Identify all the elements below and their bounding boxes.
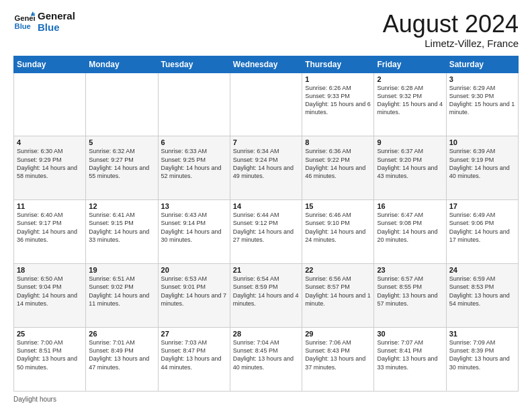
day-info: Sunrise: 6:46 AM Sunset: 9:10 PM Dayligh… bbox=[305, 211, 371, 244]
calendar-week-row: 4Sunrise: 6:30 AM Sunset: 9:29 PM Daylig… bbox=[14, 136, 519, 200]
calendar-cell: 7Sunrise: 6:34 AM Sunset: 9:24 PM Daylig… bbox=[230, 136, 302, 200]
calendar-cell: 27Sunrise: 7:03 AM Sunset: 8:47 PM Dayli… bbox=[158, 328, 230, 392]
calendar-week-row: 1Sunrise: 6:26 AM Sunset: 9:33 PM Daylig… bbox=[14, 73, 519, 136]
day-number: 17 bbox=[449, 202, 515, 210]
day-info: Sunrise: 6:47 AM Sunset: 9:08 PM Dayligh… bbox=[377, 211, 443, 244]
title-block: August 2024 Limetz-Villez, France bbox=[383, 11, 519, 49]
day-info: Sunrise: 6:29 AM Sunset: 9:30 PM Dayligh… bbox=[449, 84, 515, 117]
day-number: 9 bbox=[377, 138, 443, 146]
calendar-cell: 12Sunrise: 6:41 AM Sunset: 9:15 PM Dayli… bbox=[86, 200, 158, 264]
calendar-cell: 14Sunrise: 6:44 AM Sunset: 9:12 PM Dayli… bbox=[230, 200, 302, 264]
day-info: Sunrise: 7:00 AM Sunset: 8:51 PM Dayligh… bbox=[17, 338, 83, 371]
day-info: Sunrise: 6:28 AM Sunset: 9:32 PM Dayligh… bbox=[377, 84, 443, 117]
calendar-cell: 25Sunrise: 7:00 AM Sunset: 8:51 PM Dayli… bbox=[14, 328, 86, 392]
svg-text:Blue: Blue bbox=[15, 21, 31, 30]
logo-general: General bbox=[38, 11, 75, 22]
calendar-cell: 10Sunrise: 6:39 AM Sunset: 9:19 PM Dayli… bbox=[446, 136, 518, 200]
calendar-cell: 9Sunrise: 6:37 AM Sunset: 9:20 PM Daylig… bbox=[374, 136, 446, 200]
month-title: August 2024 bbox=[383, 11, 519, 38]
col-header-tuesday: Tuesday bbox=[158, 56, 230, 73]
calendar-cell: 16Sunrise: 6:47 AM Sunset: 9:08 PM Dayli… bbox=[374, 200, 446, 264]
day-number: 2 bbox=[377, 75, 443, 83]
footer-label: Daylight hours bbox=[13, 396, 56, 403]
logo-icon: General Blue bbox=[13, 11, 35, 33]
page: General Blue General Blue August 2024 Li… bbox=[0, 0, 532, 411]
calendar-table: SundayMondayTuesdayWednesdayThursdayFrid… bbox=[13, 56, 519, 392]
calendar-cell: 17Sunrise: 6:49 AM Sunset: 9:06 PM Dayli… bbox=[446, 200, 518, 264]
calendar-cell: 21Sunrise: 6:54 AM Sunset: 8:59 PM Dayli… bbox=[230, 264, 302, 328]
location: Limetz-Villez, France bbox=[383, 38, 519, 49]
calendar-cell: 8Sunrise: 6:36 AM Sunset: 9:22 PM Daylig… bbox=[302, 136, 374, 200]
day-number: 23 bbox=[377, 266, 443, 274]
calendar-cell: 30Sunrise: 7:07 AM Sunset: 8:41 PM Dayli… bbox=[374, 328, 446, 392]
col-header-sunday: Sunday bbox=[14, 56, 86, 73]
day-info: Sunrise: 6:34 AM Sunset: 9:24 PM Dayligh… bbox=[233, 147, 299, 180]
day-number: 8 bbox=[305, 138, 371, 146]
day-info: Sunrise: 6:32 AM Sunset: 9:27 PM Dayligh… bbox=[89, 147, 154, 180]
day-info: Sunrise: 6:40 AM Sunset: 9:17 PM Dayligh… bbox=[17, 211, 83, 244]
calendar-cell: 26Sunrise: 7:01 AM Sunset: 8:49 PM Dayli… bbox=[86, 328, 158, 392]
calendar-cell: 31Sunrise: 7:09 AM Sunset: 8:39 PM Dayli… bbox=[446, 328, 518, 392]
day-number: 10 bbox=[449, 138, 515, 146]
calendar-cell: 3Sunrise: 6:29 AM Sunset: 9:30 PM Daylig… bbox=[446, 73, 518, 136]
calendar-cell: 13Sunrise: 6:43 AM Sunset: 9:14 PM Dayli… bbox=[158, 200, 230, 264]
calendar-cell: 23Sunrise: 6:57 AM Sunset: 8:55 PM Dayli… bbox=[374, 264, 446, 328]
day-number: 15 bbox=[305, 202, 371, 210]
day-number: 11 bbox=[17, 202, 83, 210]
calendar-week-row: 18Sunrise: 6:50 AM Sunset: 9:04 PM Dayli… bbox=[14, 264, 519, 328]
day-info: Sunrise: 7:06 AM Sunset: 8:43 PM Dayligh… bbox=[305, 338, 371, 371]
day-number: 25 bbox=[17, 330, 83, 338]
day-info: Sunrise: 7:03 AM Sunset: 8:47 PM Dayligh… bbox=[161, 338, 227, 371]
day-info: Sunrise: 7:01 AM Sunset: 8:49 PM Dayligh… bbox=[89, 338, 154, 371]
calendar-cell: 24Sunrise: 6:59 AM Sunset: 8:53 PM Dayli… bbox=[446, 264, 518, 328]
calendar-cell: 4Sunrise: 6:30 AM Sunset: 9:29 PM Daylig… bbox=[14, 136, 86, 200]
calendar-cell: 19Sunrise: 6:51 AM Sunset: 9:02 PM Dayli… bbox=[86, 264, 158, 328]
day-info: Sunrise: 6:50 AM Sunset: 9:04 PM Dayligh… bbox=[17, 275, 83, 308]
day-number: 21 bbox=[233, 266, 299, 274]
calendar-cell bbox=[86, 73, 158, 136]
day-number: 24 bbox=[449, 266, 515, 274]
day-number: 16 bbox=[377, 202, 443, 210]
day-number: 28 bbox=[233, 330, 299, 338]
col-header-thursday: Thursday bbox=[302, 56, 374, 73]
calendar-header-row: SundayMondayTuesdayWednesdayThursdayFrid… bbox=[14, 56, 519, 73]
day-number: 1 bbox=[305, 75, 371, 83]
calendar-cell: 29Sunrise: 7:06 AM Sunset: 8:43 PM Dayli… bbox=[302, 328, 374, 392]
day-info: Sunrise: 7:07 AM Sunset: 8:41 PM Dayligh… bbox=[377, 338, 443, 371]
day-info: Sunrise: 6:43 AM Sunset: 9:14 PM Dayligh… bbox=[161, 211, 227, 244]
day-info: Sunrise: 7:09 AM Sunset: 8:39 PM Dayligh… bbox=[449, 338, 515, 371]
calendar-cell bbox=[230, 73, 302, 136]
day-number: 14 bbox=[233, 202, 299, 210]
logo: General Blue General Blue bbox=[13, 11, 75, 33]
calendar-week-row: 25Sunrise: 7:00 AM Sunset: 8:51 PM Dayli… bbox=[14, 328, 519, 392]
col-header-monday: Monday bbox=[86, 56, 158, 73]
col-header-saturday: Saturday bbox=[446, 56, 518, 73]
day-number: 29 bbox=[305, 330, 371, 338]
header: General Blue General Blue August 2024 Li… bbox=[13, 11, 519, 49]
day-info: Sunrise: 6:57 AM Sunset: 8:55 PM Dayligh… bbox=[377, 275, 443, 308]
day-info: Sunrise: 6:37 AM Sunset: 9:20 PM Dayligh… bbox=[377, 147, 443, 180]
calendar-cell: 11Sunrise: 6:40 AM Sunset: 9:17 PM Dayli… bbox=[14, 200, 86, 264]
calendar-cell: 15Sunrise: 6:46 AM Sunset: 9:10 PM Dayli… bbox=[302, 200, 374, 264]
calendar-cell: 28Sunrise: 7:04 AM Sunset: 8:45 PM Dayli… bbox=[230, 328, 302, 392]
calendar-cell bbox=[158, 73, 230, 136]
calendar-cell: 5Sunrise: 6:32 AM Sunset: 9:27 PM Daylig… bbox=[86, 136, 158, 200]
calendar-cell: 6Sunrise: 6:33 AM Sunset: 9:25 PM Daylig… bbox=[158, 136, 230, 200]
day-info: Sunrise: 7:04 AM Sunset: 8:45 PM Dayligh… bbox=[233, 338, 299, 371]
day-info: Sunrise: 6:49 AM Sunset: 9:06 PM Dayligh… bbox=[449, 211, 515, 244]
day-number: 4 bbox=[17, 138, 83, 146]
day-number: 22 bbox=[305, 266, 371, 274]
calendar-cell: 18Sunrise: 6:50 AM Sunset: 9:04 PM Dayli… bbox=[14, 264, 86, 328]
day-number: 26 bbox=[89, 330, 154, 338]
day-number: 5 bbox=[89, 138, 154, 146]
calendar-cell: 2Sunrise: 6:28 AM Sunset: 9:32 PM Daylig… bbox=[374, 73, 446, 136]
day-number: 27 bbox=[161, 330, 227, 338]
day-number: 6 bbox=[161, 138, 227, 146]
day-number: 7 bbox=[233, 138, 299, 146]
calendar-cell: 20Sunrise: 6:53 AM Sunset: 9:01 PM Dayli… bbox=[158, 264, 230, 328]
col-header-wednesday: Wednesday bbox=[230, 56, 302, 73]
day-info: Sunrise: 6:53 AM Sunset: 9:01 PM Dayligh… bbox=[161, 275, 227, 308]
calendar-cell: 1Sunrise: 6:26 AM Sunset: 9:33 PM Daylig… bbox=[302, 73, 374, 136]
day-number: 19 bbox=[89, 266, 154, 274]
day-info: Sunrise: 6:39 AM Sunset: 9:19 PM Dayligh… bbox=[449, 147, 515, 180]
